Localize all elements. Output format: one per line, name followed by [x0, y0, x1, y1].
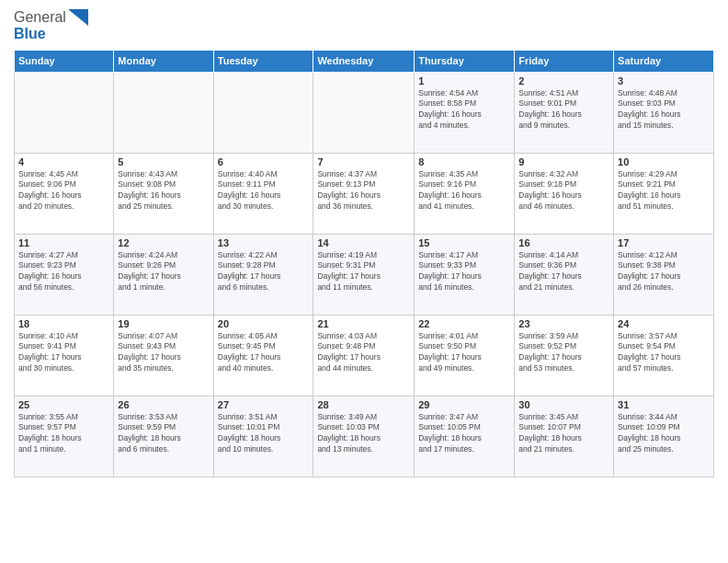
table-cell: 1Sunrise: 4:54 AM Sunset: 8:58 PM Daylig…	[415, 72, 515, 153]
table-cell: 24Sunrise: 3:57 AM Sunset: 9:54 PM Dayli…	[614, 315, 714, 396]
day-info: Sunrise: 4:05 AM Sunset: 9:45 PM Dayligh…	[218, 331, 310, 375]
day-number: 5	[118, 156, 209, 167]
day-number: 14	[317, 237, 410, 248]
day-info: Sunrise: 3:57 AM Sunset: 9:54 PM Dayligh…	[618, 331, 710, 375]
day-info: Sunrise: 3:49 AM Sunset: 10:03 PM Daylig…	[317, 412, 410, 456]
logo: General Blue	[14, 9, 88, 42]
table-cell: 18Sunrise: 4:10 AM Sunset: 9:41 PM Dayli…	[15, 315, 114, 396]
day-number: 4	[18, 156, 109, 167]
day-number: 19	[118, 318, 209, 329]
day-number: 11	[18, 237, 109, 248]
calendar-week-2: 4Sunrise: 4:45 AM Sunset: 9:06 PM Daylig…	[15, 153, 714, 234]
table-cell: 7Sunrise: 4:37 AM Sunset: 9:13 PM Daylig…	[313, 153, 415, 234]
day-info: Sunrise: 4:22 AM Sunset: 9:28 PM Dayligh…	[218, 250, 310, 294]
day-info: Sunrise: 4:29 AM Sunset: 9:21 PM Dayligh…	[618, 169, 710, 213]
col-monday: Monday	[114, 50, 213, 72]
day-info: Sunrise: 4:45 AM Sunset: 9:06 PM Dayligh…	[18, 169, 109, 213]
table-cell	[114, 72, 213, 153]
day-info: Sunrise: 3:53 AM Sunset: 9:59 PM Dayligh…	[118, 412, 209, 456]
table-cell: 12Sunrise: 4:24 AM Sunset: 9:26 PM Dayli…	[114, 234, 213, 315]
table-cell: 25Sunrise: 3:55 AM Sunset: 9:57 PM Dayli…	[15, 396, 114, 477]
calendar-week-5: 25Sunrise: 3:55 AM Sunset: 9:57 PM Dayli…	[15, 396, 714, 477]
day-info: Sunrise: 3:44 AM Sunset: 10:09 PM Daylig…	[618, 412, 710, 456]
col-thursday: Thursday	[415, 50, 515, 72]
table-cell: 30Sunrise: 3:45 AM Sunset: 10:07 PM Dayl…	[515, 396, 614, 477]
day-info: Sunrise: 4:48 AM Sunset: 9:03 PM Dayligh…	[618, 88, 710, 132]
day-info: Sunrise: 4:37 AM Sunset: 9:13 PM Dayligh…	[317, 169, 410, 213]
table-cell: 4Sunrise: 4:45 AM Sunset: 9:06 PM Daylig…	[15, 153, 114, 234]
day-number: 30	[518, 399, 609, 410]
table-cell: 19Sunrise: 4:07 AM Sunset: 9:43 PM Dayli…	[114, 315, 213, 396]
day-info: Sunrise: 4:43 AM Sunset: 9:08 PM Dayligh…	[118, 169, 209, 213]
calendar-table: Sunday Monday Tuesday Wednesday Thursday…	[14, 50, 714, 477]
day-info: Sunrise: 3:47 AM Sunset: 10:05 PM Daylig…	[418, 412, 510, 456]
table-cell: 11Sunrise: 4:27 AM Sunset: 9:23 PM Dayli…	[15, 234, 114, 315]
table-cell	[313, 72, 415, 153]
table-cell: 9Sunrise: 4:32 AM Sunset: 9:18 PM Daylig…	[515, 153, 614, 234]
calendar-week-3: 11Sunrise: 4:27 AM Sunset: 9:23 PM Dayli…	[15, 234, 714, 315]
table-cell: 28Sunrise: 3:49 AM Sunset: 10:03 PM Dayl…	[313, 396, 415, 477]
page: General Blue Sunday Monday Tuesday Wedne…	[0, 0, 728, 563]
table-cell: 15Sunrise: 4:17 AM Sunset: 9:33 PM Dayli…	[415, 234, 515, 315]
table-cell: 23Sunrise: 3:59 AM Sunset: 9:52 PM Dayli…	[515, 315, 614, 396]
day-number: 20	[218, 318, 310, 329]
day-number: 10	[618, 156, 710, 167]
day-number: 24	[618, 318, 710, 329]
table-cell: 31Sunrise: 3:44 AM Sunset: 10:09 PM Dayl…	[614, 396, 714, 477]
table-cell: 29Sunrise: 3:47 AM Sunset: 10:05 PM Dayl…	[415, 396, 515, 477]
day-number: 29	[418, 399, 510, 410]
day-info: Sunrise: 3:55 AM Sunset: 9:57 PM Dayligh…	[18, 412, 109, 456]
table-cell: 2Sunrise: 4:51 AM Sunset: 9:01 PM Daylig…	[515, 72, 614, 153]
col-saturday: Saturday	[614, 50, 714, 72]
day-info: Sunrise: 4:40 AM Sunset: 9:11 PM Dayligh…	[218, 169, 310, 213]
table-cell	[15, 72, 114, 153]
day-info: Sunrise: 4:14 AM Sunset: 9:36 PM Dayligh…	[518, 250, 609, 294]
logo-general-text: General	[14, 9, 66, 26]
day-info: Sunrise: 4:32 AM Sunset: 9:18 PM Dayligh…	[518, 169, 609, 213]
calendar-week-1: 1Sunrise: 4:54 AM Sunset: 8:58 PM Daylig…	[15, 72, 714, 153]
table-cell: 20Sunrise: 4:05 AM Sunset: 9:45 PM Dayli…	[213, 315, 313, 396]
day-number: 27	[218, 399, 310, 410]
table-cell: 6Sunrise: 4:40 AM Sunset: 9:11 PM Daylig…	[213, 153, 313, 234]
day-info: Sunrise: 4:01 AM Sunset: 9:50 PM Dayligh…	[418, 331, 510, 375]
calendar-body: 1Sunrise: 4:54 AM Sunset: 8:58 PM Daylig…	[15, 72, 714, 477]
day-number: 16	[518, 237, 609, 248]
day-number: 18	[18, 318, 109, 329]
day-info: Sunrise: 4:24 AM Sunset: 9:26 PM Dayligh…	[118, 250, 209, 294]
day-number: 8	[418, 156, 510, 167]
day-info: Sunrise: 3:45 AM Sunset: 10:07 PM Daylig…	[518, 412, 609, 456]
table-cell: 21Sunrise: 4:03 AM Sunset: 9:48 PM Dayli…	[313, 315, 415, 396]
day-info: Sunrise: 4:10 AM Sunset: 9:41 PM Dayligh…	[18, 331, 109, 375]
day-info: Sunrise: 4:17 AM Sunset: 9:33 PM Dayligh…	[418, 250, 510, 294]
col-friday: Friday	[515, 50, 614, 72]
day-info: Sunrise: 3:51 AM Sunset: 10:01 PM Daylig…	[218, 412, 310, 456]
day-number: 1	[418, 75, 510, 86]
day-number: 7	[317, 156, 410, 167]
calendar-week-4: 18Sunrise: 4:10 AM Sunset: 9:41 PM Dayli…	[15, 315, 714, 396]
table-cell: 22Sunrise: 4:01 AM Sunset: 9:50 PM Dayli…	[415, 315, 515, 396]
table-cell: 26Sunrise: 3:53 AM Sunset: 9:59 PM Dayli…	[114, 396, 213, 477]
day-number: 12	[118, 237, 209, 248]
day-number: 25	[18, 399, 109, 410]
day-info: Sunrise: 4:27 AM Sunset: 9:23 PM Dayligh…	[18, 250, 109, 294]
logo-blue-text: Blue	[14, 26, 46, 41]
table-cell: 5Sunrise: 4:43 AM Sunset: 9:08 PM Daylig…	[114, 153, 213, 234]
table-cell: 3Sunrise: 4:48 AM Sunset: 9:03 PM Daylig…	[614, 72, 714, 153]
day-info: Sunrise: 4:19 AM Sunset: 9:31 PM Dayligh…	[317, 250, 410, 294]
table-cell	[213, 72, 313, 153]
day-number: 26	[118, 399, 209, 410]
day-number: 28	[317, 399, 410, 410]
table-cell: 16Sunrise: 4:14 AM Sunset: 9:36 PM Dayli…	[515, 234, 614, 315]
day-number: 2	[518, 75, 609, 86]
day-info: Sunrise: 4:35 AM Sunset: 9:16 PM Dayligh…	[418, 169, 510, 213]
col-wednesday: Wednesday	[313, 50, 415, 72]
table-cell: 14Sunrise: 4:19 AM Sunset: 9:31 PM Dayli…	[313, 234, 415, 315]
day-number: 3	[618, 75, 710, 86]
table-cell: 10Sunrise: 4:29 AM Sunset: 9:21 PM Dayli…	[614, 153, 714, 234]
day-info: Sunrise: 4:12 AM Sunset: 9:38 PM Dayligh…	[618, 250, 710, 294]
day-info: Sunrise: 3:59 AM Sunset: 9:52 PM Dayligh…	[518, 331, 609, 375]
day-number: 17	[618, 237, 710, 248]
table-cell: 13Sunrise: 4:22 AM Sunset: 9:28 PM Dayli…	[213, 234, 313, 315]
day-number: 13	[218, 237, 310, 248]
day-number: 15	[418, 237, 510, 248]
